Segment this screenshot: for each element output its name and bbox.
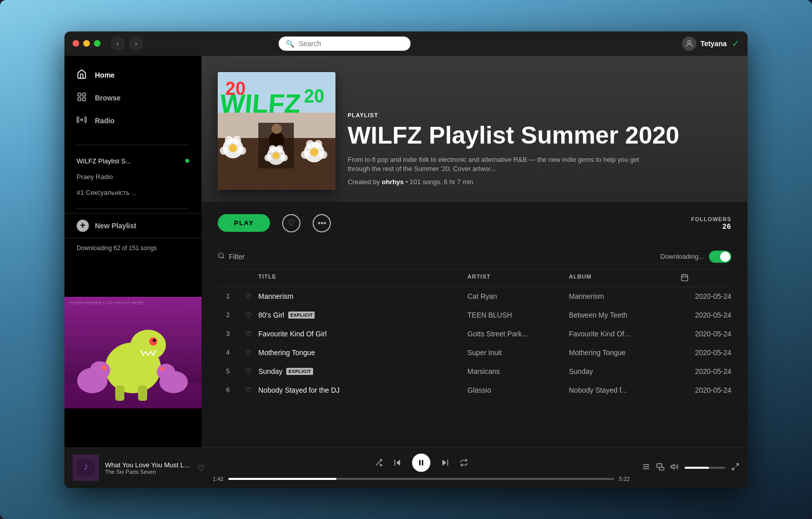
repeat-button[interactable] (460, 459, 468, 467)
svg-point-19 (160, 367, 164, 371)
track-number: 3 (218, 330, 238, 337)
track-like-button[interactable]: ♡ (238, 349, 258, 357)
track-date: 2020-05-24 (681, 386, 731, 394)
progress-bar[interactable] (228, 478, 614, 480)
more-options-button[interactable]: ••• (313, 214, 331, 232)
player-buttons (375, 454, 468, 472)
user-name: Tetyana (700, 40, 727, 48)
close-button[interactable] (73, 40, 79, 47)
svg-point-44 (310, 148, 318, 156)
user-profile[interactable]: Tetyana (682, 37, 727, 51)
track-artist: Glassio (467, 386, 569, 394)
svg-rect-2 (83, 93, 86, 96)
volume-button[interactable] (670, 463, 679, 473)
svg-point-34 (238, 147, 246, 155)
now-playing-album-art: ♪ (73, 455, 99, 481)
followers-section: FOLLOWERS 26 (691, 216, 731, 230)
track-like-button[interactable]: ♡ (238, 367, 258, 375)
track-title: Nobody Stayed for the DJ (258, 386, 467, 394)
progress-fill (228, 478, 336, 480)
track-like-button[interactable]: ♡ (238, 386, 258, 394)
svg-line-73 (736, 464, 738, 466)
new-playlist-button[interactable]: + New Playlist (64, 213, 201, 238)
svg-rect-1 (78, 93, 81, 96)
track-like-button[interactable]: ♡ (238, 330, 258, 338)
minimize-button[interactable] (83, 40, 90, 47)
svg-rect-51 (682, 274, 688, 281)
svg-point-48 (314, 140, 322, 148)
svg-point-16 (101, 365, 107, 370)
previous-button[interactable] (393, 458, 402, 467)
like-button[interactable]: ♡ (282, 214, 300, 232)
track-album: Favourite Kind Of... (569, 330, 681, 338)
track-row[interactable]: 6 ♡ Nobody Stayed for the DJ Glassio Nob… (218, 381, 731, 400)
track-like-button[interactable]: ♡ (238, 292, 258, 300)
back-button[interactable]: ‹ (111, 37, 125, 51)
fullscreen-button[interactable] (94, 40, 100, 47)
progress-bar-wrap: 1:42 5:22 (213, 476, 630, 482)
svg-point-39 (264, 154, 272, 161)
shuffle-button[interactable] (375, 459, 383, 467)
downloading-status: Downloading 62 of 151 songs (64, 238, 201, 258)
track-title: 80's Girl EXPLICIT (258, 311, 467, 319)
filter-label: Filter (229, 253, 245, 261)
svg-point-5 (81, 119, 82, 120)
svg-point-32 (229, 144, 237, 152)
downloading-toggle: Downloading... (660, 251, 731, 263)
heart-icon: ♡ (288, 218, 295, 228)
svg-line-50 (223, 257, 224, 259)
playlist-creator: ohrhys (382, 178, 403, 186)
next-button[interactable] (441, 458, 450, 467)
forward-button[interactable]: › (129, 37, 143, 51)
time-total: 5:22 (619, 476, 630, 482)
player-right (638, 463, 739, 473)
active-indicator (185, 159, 189, 163)
download-toggle-switch[interactable] (709, 251, 731, 263)
filter-icon (218, 252, 225, 261)
track-album: Nobody Stayed f... (569, 386, 681, 394)
track-title: Favourite Kind Of Girl (258, 330, 467, 338)
track-row[interactable]: 2 ♡ 80's Girl EXPLICIT TEEN BLUSH Betwee… (218, 306, 731, 325)
devices-button[interactable] (656, 463, 664, 473)
explicit-badge: EXPLICIT (286, 368, 313, 375)
search-icon: 🔍 (286, 40, 294, 48)
sidebar-item-browse[interactable]: Browse (64, 87, 201, 110)
track-like-button[interactable]: ♡ (238, 311, 258, 319)
col-empty-2 (238, 273, 258, 283)
search-input[interactable] (298, 40, 390, 48)
downloading-text: Downloading 62 of 151 songs (77, 245, 157, 252)
sidebar-playlist-wilfz[interactable]: WILFZ Playlist S... (64, 153, 201, 169)
svg-point-38 (273, 152, 280, 159)
track-date: 2020-05-24 (681, 367, 731, 375)
sidebar-divider-1 (77, 145, 189, 145)
sidebar-playlist-sexy[interactable]: #1 Сексуальність ... (64, 185, 201, 200)
track-number: 4 (218, 349, 238, 356)
svg-rect-62 (419, 460, 421, 466)
track-row[interactable]: 3 ♡ Favourite Kind Of Girl Gotts Street … (218, 325, 731, 343)
svg-point-15 (90, 361, 110, 379)
track-row[interactable]: 4 ♡ Mothering Tongue Super Inuit Motheri… (218, 343, 731, 362)
search-bar: 🔍 (279, 37, 411, 51)
track-artist: Marsicans (467, 367, 569, 375)
svg-rect-12 (115, 386, 124, 401)
fullscreen-player-button[interactable] (731, 463, 739, 473)
pause-button[interactable] (412, 454, 430, 472)
track-title: Mothering Tongue (258, 349, 467, 357)
track-row[interactable]: 5 ♡ Sunday EXPLICIT Marsicans Sunday 202… (218, 362, 731, 381)
volume-bar[interactable] (685, 467, 725, 469)
queue-button[interactable] (642, 463, 650, 473)
radio-label: Radio (95, 117, 115, 125)
sidebar-item-home[interactable]: Home (64, 64, 201, 87)
play-button[interactable]: PLAY (218, 214, 270, 232)
track-artist: TEEN BLUSH (467, 311, 569, 319)
col-empty-1 (218, 273, 238, 283)
playlist-type-label: PLAYLIST (348, 112, 731, 118)
sidebar-playlist-praey[interactable]: Praey Radio (64, 169, 201, 185)
track-row[interactable]: 1 ♡ Mannerism Cat Ryan Mannerism 2020-05… (218, 287, 731, 306)
svg-point-46 (319, 151, 327, 159)
sidebar-item-radio[interactable]: Radio (64, 110, 201, 132)
user-avatar-icon (682, 37, 696, 51)
playlist-song-count: 101 songs (410, 178, 440, 186)
time-current: 1:42 (213, 476, 223, 482)
now-playing-like-button[interactable]: ♡ (197, 463, 205, 473)
